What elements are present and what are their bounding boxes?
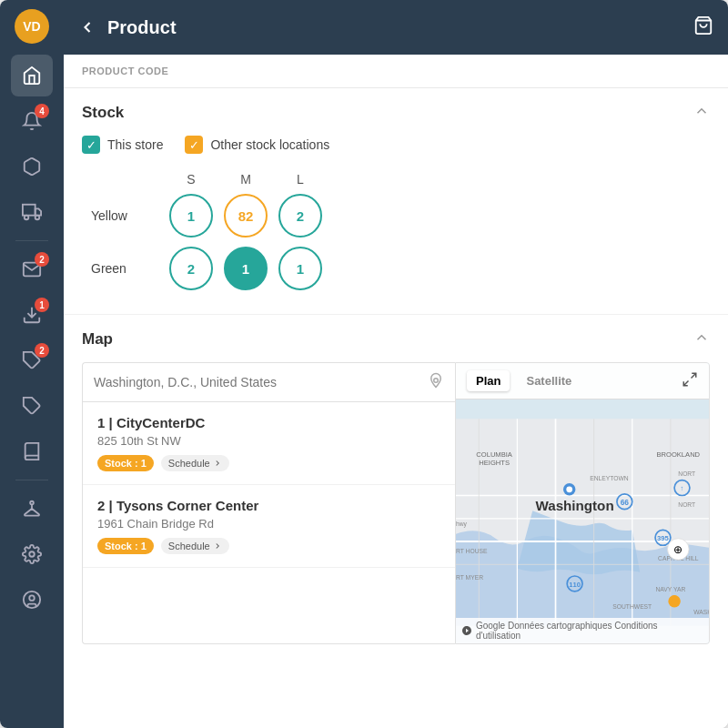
stock-section-title: Stock bbox=[82, 104, 124, 122]
sidebar-item-support[interactable] bbox=[11, 579, 53, 621]
this-store-label: This store bbox=[107, 137, 163, 152]
svg-text:SOUTHWEST: SOUTHWEST bbox=[612, 603, 652, 610]
other-stock-label: Other stock locations bbox=[210, 137, 329, 152]
svg-rect-0 bbox=[23, 205, 35, 216]
svg-text:Washington: Washington bbox=[535, 498, 613, 513]
sidebar-item-packages[interactable] bbox=[11, 146, 53, 187]
map-collapse-button[interactable] bbox=[693, 329, 710, 349]
bag-icon[interactable] bbox=[693, 15, 713, 40]
svg-point-48 bbox=[566, 486, 572, 492]
store-2-badges: Stock : 1 Schedule bbox=[97, 538, 440, 554]
store-1-stock-badge[interactable]: Stock : 1 bbox=[97, 455, 154, 471]
svg-text:NORT: NORT bbox=[678, 470, 695, 477]
svg-marker-1 bbox=[35, 208, 41, 215]
sidebar-item-label[interactable] bbox=[11, 385, 53, 427]
sidebar-item-catalog[interactable] bbox=[11, 430, 53, 472]
stock-green-m[interactable]: 1 bbox=[224, 247, 268, 290]
other-stock-checkbox[interactable]: ✓ bbox=[185, 136, 203, 154]
tags-badge: 2 bbox=[35, 343, 49, 358]
svg-point-11 bbox=[434, 379, 439, 383]
sidebar-item-store[interactable] bbox=[11, 55, 53, 96]
map-plan-button[interactable]: Plan bbox=[467, 370, 510, 391]
svg-text:HEIGHTS: HEIGHTS bbox=[479, 459, 510, 467]
back-button[interactable] bbox=[78, 18, 96, 36]
main-content: Product PRODUCT CODE Stock bbox=[64, 0, 728, 728]
stock-yellow-m[interactable]: 82 bbox=[224, 194, 268, 238]
location-icon[interactable] bbox=[428, 372, 444, 392]
topbar: Product bbox=[64, 0, 728, 55]
sidebar-divider bbox=[15, 240, 48, 241]
download-badge: 1 bbox=[35, 298, 49, 312]
svg-point-6 bbox=[30, 501, 34, 505]
map-satellite-button[interactable]: Satellite bbox=[517, 370, 581, 391]
store-item-2[interactable]: 2 | Tysons Corner Center 1961 Chain Brid… bbox=[83, 485, 455, 568]
stock-section: Stock ✓ This store ✓ Other s bbox=[64, 88, 728, 315]
size-s-header: S bbox=[164, 172, 218, 187]
stock-yellow-s[interactable]: 1 bbox=[169, 194, 213, 238]
svg-line-13 bbox=[683, 380, 688, 385]
svg-text:NAVY YAR: NAVY YAR bbox=[656, 586, 686, 592]
size-m-header: M bbox=[218, 172, 273, 187]
map-section-title: Map bbox=[82, 330, 113, 349]
svg-text:NORT: NORT bbox=[678, 501, 695, 508]
content-area: PRODUCT CODE Stock ✓ This store bbox=[64, 55, 728, 728]
map-section: Map bbox=[64, 315, 728, 644]
stock-collapse-button[interactable] bbox=[693, 103, 710, 123]
stock-header-row: S M L bbox=[91, 172, 710, 187]
svg-point-2 bbox=[25, 216, 29, 220]
this-store-filter[interactable]: ✓ This store bbox=[82, 136, 163, 154]
notifications-badge: 4 bbox=[35, 104, 49, 118]
other-stock-filter[interactable]: ✓ Other stock locations bbox=[185, 136, 329, 154]
sidebar-item-settings[interactable] bbox=[11, 533, 53, 575]
stock-green-s[interactable]: 2 bbox=[169, 247, 213, 290]
store-1-address: 825 10th St NW bbox=[97, 434, 440, 448]
sidebar-item-download[interactable]: 1 bbox=[11, 294, 53, 336]
sidebar-item-delivery[interactable] bbox=[11, 191, 53, 233]
store-1-badges: Stock : 1 Schedule bbox=[97, 455, 440, 471]
map-footer: Google Données cartographiques Condition… bbox=[456, 618, 709, 643]
sidebar-item-notifications[interactable]: 4 bbox=[11, 100, 53, 142]
svg-text:BROOKLAND: BROOKLAND bbox=[657, 450, 701, 459]
stock-grid: S M L Yellow 1 82 2 Green 2 bbox=[82, 172, 710, 290]
store-item-1[interactable]: 1 | CityCenterDC 825 10th St NW Stock : … bbox=[83, 402, 455, 485]
svg-point-9 bbox=[29, 595, 35, 601]
store-1-name: 1 | CityCenterDC bbox=[97, 415, 440, 430]
avatar[interactable]: VD bbox=[15, 9, 49, 44]
sidebar-item-tags[interactable]: 2 bbox=[11, 339, 53, 381]
svg-text:110: 110 bbox=[569, 581, 581, 589]
location-search-input[interactable] bbox=[94, 375, 420, 389]
stock-row-yellow: Yellow 1 82 2 bbox=[91, 194, 710, 238]
stock-yellow-l[interactable]: 2 bbox=[278, 194, 322, 238]
store-1-schedule-badge[interactable]: Schedule bbox=[161, 455, 229, 471]
map-layout: 1 | CityCenterDC 825 10th St NW Stock : … bbox=[82, 362, 710, 644]
sidebar: VD 4 bbox=[0, 0, 64, 728]
stock-green-l[interactable]: 1 bbox=[278, 247, 322, 290]
page-title: Product bbox=[107, 17, 682, 38]
svg-text:WASH.: WASH. bbox=[693, 609, 709, 615]
search-bar bbox=[83, 363, 455, 402]
svg-point-52 bbox=[672, 595, 677, 600]
map-fullscreen-button[interactable] bbox=[682, 371, 698, 391]
svg-text:⊕: ⊕ bbox=[673, 543, 682, 555]
svg-text:66: 66 bbox=[621, 498, 630, 507]
this-store-checkbox[interactable]: ✓ bbox=[82, 136, 100, 154]
svg-text:↑: ↑ bbox=[681, 484, 684, 492]
map-footer-text: Google Données cartographiques Condition… bbox=[476, 621, 703, 641]
stock-row-green: Green 2 1 1 bbox=[91, 247, 710, 290]
mail-badge: 2 bbox=[35, 252, 49, 267]
product-code-label: PRODUCT CODE bbox=[82, 66, 710, 76]
svg-text:RT MYER: RT MYER bbox=[456, 574, 483, 581]
map-section-header: Map bbox=[82, 329, 710, 349]
sidebar-item-mail[interactable]: 2 bbox=[11, 248, 53, 290]
size-l-header: L bbox=[273, 172, 328, 187]
store-2-stock-badge[interactable]: Stock : 1 bbox=[97, 538, 154, 554]
map-container[interactable]: Plan Satellite bbox=[455, 362, 710, 644]
svg-point-3 bbox=[35, 216, 40, 220]
svg-text:ENLEYTOWN: ENLEYTOWN bbox=[590, 475, 629, 481]
store-2-schedule-badge[interactable]: Schedule bbox=[161, 538, 229, 554]
svg-text:395: 395 bbox=[657, 534, 669, 542]
store-2-address: 1961 Chain Bridge Rd bbox=[97, 517, 440, 531]
svg-rect-53 bbox=[672, 600, 678, 604]
svg-point-7 bbox=[29, 551, 35, 557]
sidebar-item-hanger[interactable] bbox=[11, 488, 53, 530]
